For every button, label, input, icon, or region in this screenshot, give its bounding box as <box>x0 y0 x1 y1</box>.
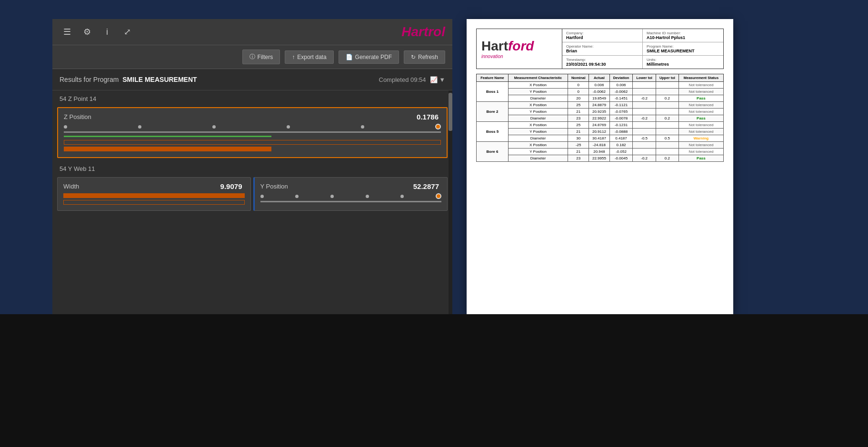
cell-status: Not toleranced <box>678 89 723 95</box>
table-row: Y Position0-0.0062-0.0062Not toleranced <box>477 89 724 95</box>
cell-deviation: -0.0765 <box>609 109 633 115</box>
table-row: Y Position2120.9112-0.0888Not toleranced <box>477 129 724 135</box>
pdf-operator-value: Brian <box>566 49 639 53</box>
y-position-value: 52.2877 <box>413 182 439 190</box>
z-position-row: Z Position 0.1786 <box>64 113 441 121</box>
scrollbar-thumb[interactable] <box>449 93 452 131</box>
cell-nominal: 25 <box>568 122 589 129</box>
pdf-program-label: Program Name: <box>647 44 719 49</box>
cell-lower <box>633 142 656 149</box>
cell-lower <box>633 109 656 115</box>
cell-actual: 20.9112 <box>589 129 609 135</box>
cell-nominal: 30 <box>568 135 589 142</box>
y-gauge-dot-1 <box>260 195 264 198</box>
cell-status: Not toleranced <box>678 142 723 149</box>
table-row: Diameter3030.41870.4187-0.50.5Warning <box>477 135 724 142</box>
cell-lower <box>633 149 656 155</box>
cell-deviation: -0.1121 <box>609 102 633 109</box>
pdf-program-value: SMILE MEASUREMENT <box>647 49 719 53</box>
refresh-button[interactable]: ↻ Refresh <box>404 50 445 64</box>
pdf-operator-cell: Operator Name: Brian <box>562 42 643 56</box>
menu-icon[interactable]: ☰ <box>60 24 75 40</box>
cell-char: Y Position <box>509 129 568 135</box>
action-bar: ⓘ Filters ↑ Export data 📄 Generate PDF ↻… <box>52 45 452 69</box>
pdf-icon: 📄 <box>346 54 353 60</box>
export-icon: ↑ <box>292 54 295 60</box>
generate-pdf-button[interactable]: 📄 Generate PDF <box>339 50 399 64</box>
cell-actual: -24.818 <box>589 142 609 149</box>
pdf-measurement-table: Feature Name Measurement Characteristic … <box>476 74 724 162</box>
feature-name-cell: Boss 5 <box>477 122 509 142</box>
z-position-card: Z Position 0.1786 <box>57 107 448 158</box>
cell-status: Not toleranced <box>678 102 723 109</box>
results-title: Results for Program SMILE MEASUREMENT <box>60 76 197 83</box>
cell-upper <box>656 109 678 115</box>
cell-char: X Position <box>509 82 568 89</box>
brand-label: Hartrol <box>401 24 445 40</box>
cell-status: Warning <box>678 135 723 142</box>
cell-char: Diameter <box>509 95 568 102</box>
cell-lower: -0.2 <box>633 95 656 102</box>
settings-icon[interactable]: ⚙ <box>80 24 95 40</box>
pdf-logo-sub: innovation <box>481 54 503 59</box>
expand-icon[interactable]: ⤢ <box>120 24 135 40</box>
cell-nominal: 21 <box>568 129 589 135</box>
y-gauge-dot-5 <box>400 195 404 198</box>
gauge-dot-4 <box>287 125 290 129</box>
cell-deviation: -0.0062 <box>609 89 633 95</box>
y-position-gauge <box>260 193 442 202</box>
cell-char: X Position <box>509 142 568 149</box>
export-button[interactable]: ↑ Export data <box>285 50 333 64</box>
cell-actual: 24.8769 <box>589 122 609 129</box>
table-row: Bore 6X Position-25-24.8180.182Not toler… <box>477 142 724 149</box>
cell-status: Pass <box>678 115 723 122</box>
info-icon[interactable]: i <box>100 24 115 40</box>
cell-char: Diameter <box>509 135 568 142</box>
z-position-value: 0.1786 <box>417 113 439 121</box>
scrollbar-track[interactable] <box>449 90 452 333</box>
pdf-machine-value: A10-Hartrol Pplus1 <box>647 35 719 40</box>
scroll-area[interactable]: 54 Z Point 14 Z Position 0.1786 <box>52 90 452 333</box>
cell-status: Pass <box>678 155 723 162</box>
cell-nominal: 25 <box>568 102 589 109</box>
cell-lower <box>633 82 656 89</box>
cell-deviation: -0.1451 <box>609 95 633 102</box>
cell-upper: 0.2 <box>656 95 678 102</box>
section-header-z-point: 54 Z Point 14 <box>52 90 452 105</box>
toolbar: ☰ ⚙ i ⤢ Hartrol <box>52 19 452 45</box>
table-row: Y Position2120.948-0.052Not toleranced <box>477 149 724 155</box>
cell-upper <box>656 149 678 155</box>
gauge-dot-2 <box>138 125 141 129</box>
cell-char: Diameter <box>509 115 568 122</box>
width-label: Width <box>63 183 120 190</box>
gauge-target-dot <box>435 124 441 129</box>
pdf-timestamp-label: Timestamp: <box>566 58 639 62</box>
col-deviation: Deviation <box>609 74 633 82</box>
cell-nominal: 0 <box>568 89 589 95</box>
cell-lower <box>633 122 656 129</box>
feature-name-cell: Bore 2 <box>477 102 509 122</box>
col-actual: Actual <box>589 74 609 82</box>
table-row: Bore 2X Position2524.8879-0.1121Not tole… <box>477 102 724 109</box>
cell-char: Y Position <box>509 89 568 95</box>
y-position-card: Y Position 52.2877 <box>253 177 448 211</box>
pdf-company-cell: Company: Hartford <box>562 29 643 42</box>
cell-upper <box>656 89 678 95</box>
table-row: Diameter2322.9955-0.0045-0.20.2Pass <box>477 155 724 162</box>
left-measurement-panel: ☰ ⚙ i ⤢ Hartrol ⓘ Filters ↑ Export data … <box>52 19 452 333</box>
cell-char: Y Position <box>509 109 568 115</box>
cell-status: Not toleranced <box>678 122 723 129</box>
col-lower: Lower tol <box>633 74 656 82</box>
y-gauge-dot-2 <box>295 195 299 198</box>
cell-nominal: 23 <box>568 155 589 162</box>
cell-nominal: 23 <box>568 115 589 122</box>
orange-outline-bar <box>64 140 441 145</box>
cell-lower: -0.5 <box>633 135 656 142</box>
cell-status: Pass <box>678 95 723 102</box>
chart-icon[interactable]: 📈 ▼ <box>430 76 445 83</box>
cell-lower: -0.2 <box>633 115 656 122</box>
filters-button[interactable]: ⓘ Filters <box>242 50 280 64</box>
cell-lower <box>633 129 656 135</box>
cell-deviation: 0.4187 <box>609 135 633 142</box>
table-row: Diameter2322.9922-0.0078-0.20.2Pass <box>477 115 724 122</box>
